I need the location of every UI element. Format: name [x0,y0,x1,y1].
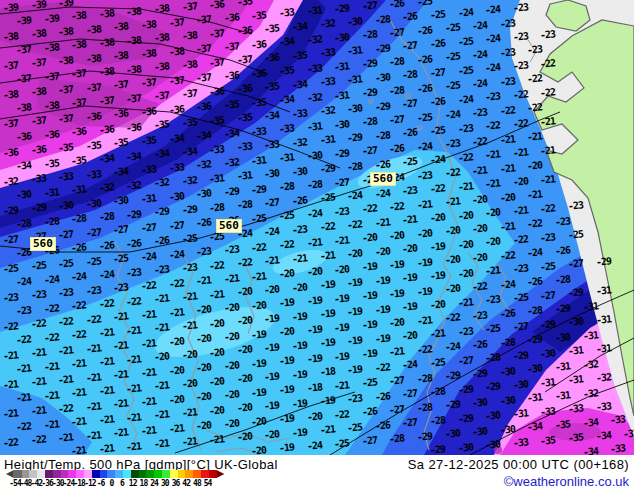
temp-value: -20 [223,418,239,429]
temp-value: -19 [374,275,390,286]
temp-value: -30 [499,395,515,406]
temp-value: -21 [334,235,350,246]
contour-label-560: 560 [30,237,56,251]
temp-value: -38 [98,66,114,77]
temp-value: -35 [236,0,252,8]
temp-value: -24 [374,188,390,199]
temp-value: -26 [527,277,543,288]
temp-value: -33 [30,174,46,185]
temp-value: -25 [181,233,197,244]
temp-value: -38 [141,48,157,59]
scale-tick-label: -6 [97,479,105,488]
temp-value: -33 [595,401,611,412]
temp-value: -25 [457,65,473,76]
temp-value: -28 [417,373,433,384]
temp-value: -22 [209,260,225,271]
temp-value: -28 [236,200,252,211]
temp-value: -21 [43,390,59,401]
map-area: -39-39-39-39-39-38-38-38-38-37-36-35-38-… [0,0,634,455]
color-scale [6,470,224,478]
temp-value: -22 [527,74,543,85]
temp-value: -22 [527,219,543,230]
temp-value: -25 [58,258,74,269]
temp-value: -26 [555,245,571,256]
temp-value: -30 [85,198,101,209]
temp-value: -30 [292,166,308,177]
temp-value: -36 [3,147,19,158]
color-scale-cell [84,470,92,478]
temp-value: -36 [43,129,59,140]
temp-value: -29 [512,350,528,361]
temp-value: -20 [196,334,212,345]
temp-value: -20 [223,389,239,400]
temp-value: -34 [196,131,212,142]
temp-value: -22 [389,201,405,212]
temp-value: -22 [30,435,46,446]
temp-value: -29 [181,204,197,215]
temp-value: -19 [334,293,350,304]
temp-value: -23 [196,247,212,258]
temp-value: -20 [264,284,280,295]
scale-tick-label: 36 [172,479,180,488]
temp-value: -31 [582,330,598,341]
temp-value: -19 [430,270,446,281]
temp-value: -20 [457,268,473,279]
temp-value: -22 [43,303,59,314]
temp-value: -25 [417,112,433,123]
temp-value: -22 [512,89,528,100]
temp-value: -25 [430,9,446,20]
temp-value: -26 [472,339,488,350]
temp-value: -22 [540,58,556,69]
color-scale-cell [154,470,162,478]
temp-value: -38 [141,19,157,30]
temp-value: -26 [430,96,446,107]
legend-bar: Height/Temp. 500 hPa [gdmp][°C] UK-Globa… [0,455,634,490]
temp-value: -25 [485,324,501,335]
temp-value: -21 [113,341,129,352]
temp-value: -21 [30,377,46,388]
temp-value: -19 [319,280,335,291]
temp-value: -33 [623,428,634,439]
temp-value: -30 [485,411,501,422]
temp-value: -37 [196,73,212,84]
temp-value: -38 [3,31,19,42]
temp-value: -35 [113,138,129,149]
temp-value: -28 [389,56,405,67]
temp-value: -22 [58,403,74,414]
temp-value: -37 [113,80,129,91]
temp-value: -34 [527,422,543,433]
temp-value: -26 [389,0,405,10]
scale-tick-label: 6 [120,479,124,488]
temp-value: -19 [292,369,308,380]
temp-value: -39 [58,0,74,9]
temp-value: -36 [85,111,101,122]
temp-value: -22 [512,234,528,245]
temp-value: -35 [292,50,308,61]
temp-value: -31 [595,314,611,325]
temp-value: -21 [389,346,405,357]
temp-value: -27 [430,67,446,78]
temp-value: -36 [30,145,46,156]
temp-value: -19 [374,304,390,315]
temp-value: -23 [499,47,515,58]
temp-value: -23 [334,206,350,217]
temp-value: -19 [306,295,322,306]
temp-value: -33 [292,108,308,119]
temp-value: -39 [30,0,46,11]
temp-value: -20 [236,316,252,327]
copyright-link[interactable]: ©weatheronline.co.uk [504,474,629,489]
temp-value: -34 [582,417,598,428]
temp-value: -22 [3,321,19,332]
temp-value: -26 [361,407,377,418]
temp-value: -21 [71,446,87,455]
temp-value: -20 [389,317,405,328]
temp-value: -38 [113,51,129,62]
temp-value: -19 [334,351,350,362]
scale-tick-label: 54 [204,479,212,488]
temp-value: -28 [374,130,390,141]
temp-value: -26 [417,54,433,65]
temp-value: -20 [306,411,322,422]
temp-value: -39 [43,13,59,24]
temp-value: -21 [71,417,87,428]
temp-value: -32 [319,106,335,117]
